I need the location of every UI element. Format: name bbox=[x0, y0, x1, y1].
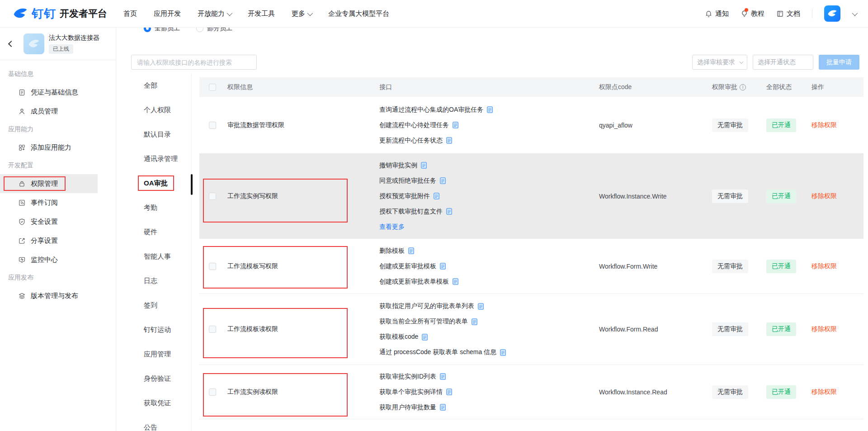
sidebar-item-event-subscription[interactable]: 事件订阅 bbox=[0, 193, 98, 212]
api-doc-icon[interactable] bbox=[422, 334, 428, 341]
category-item-14[interactable]: 公告 bbox=[127, 415, 191, 431]
review-requirement-select[interactable]: 选择审核要求 bbox=[692, 55, 747, 70]
api-link[interactable]: 获取用户待审批数量 bbox=[379, 403, 436, 412]
account-chevron-down-icon[interactable] bbox=[852, 10, 858, 16]
category-item-3[interactable]: 通讯录管理 bbox=[127, 147, 191, 171]
category-item-9[interactable]: 签到 bbox=[127, 293, 191, 317]
nav-item-home[interactable]: 首页 bbox=[123, 9, 137, 18]
logo-brand-text: 钉钉 bbox=[32, 6, 56, 22]
api-link[interactable]: 创建流程中心待处理任务 bbox=[379, 121, 449, 129]
add-capability-icon bbox=[18, 144, 26, 152]
api-doc-icon[interactable] bbox=[440, 177, 446, 184]
api-line: 创建或更新审批表单模板 bbox=[379, 274, 458, 289]
api-link[interactable]: 获取审批实例ID列表 bbox=[379, 373, 436, 381]
api-link[interactable]: 创建或更新审批模板 bbox=[379, 262, 436, 270]
radio-all-employees[interactable]: 全部员工 bbox=[144, 28, 180, 33]
api-doc-icon[interactable] bbox=[408, 247, 414, 254]
api-doc-icon[interactable] bbox=[453, 278, 458, 285]
nav-item-llm-platform[interactable]: 企业专属大模型平台 bbox=[328, 9, 389, 18]
group-label-capabilities: 应用能力 bbox=[0, 121, 116, 138]
view-more-link[interactable]: 查看更多 bbox=[379, 219, 405, 235]
api-line: 查询通过流程中心集成的OA审批任务 bbox=[379, 102, 493, 118]
info-icon[interactable]: i bbox=[740, 84, 746, 90]
category-item-8[interactable]: 日志 bbox=[127, 269, 191, 293]
row-checkbox[interactable] bbox=[209, 326, 216, 333]
api-link[interactable]: 授权下载审批钉盘文件 bbox=[379, 208, 443, 216]
category-item-active[interactable]: OA审批 bbox=[127, 171, 191, 195]
api-doc-icon[interactable] bbox=[440, 373, 446, 380]
category-item-10[interactable]: 钉钉运动 bbox=[127, 317, 191, 342]
batch-apply-button[interactable]: 批量申请 bbox=[819, 55, 859, 70]
sidebar-item-add-capability[interactable]: 添加应用能力 bbox=[0, 138, 98, 157]
api-doc-icon[interactable] bbox=[453, 122, 458, 128]
nav-item-dev-tools[interactable]: 开发工具 bbox=[248, 9, 275, 18]
remove-permission-link[interactable]: 移除权限 bbox=[811, 325, 837, 333]
category-item-12[interactable]: 身份验证 bbox=[127, 366, 191, 391]
row-checkbox[interactable] bbox=[209, 388, 216, 396]
col-permission-info: 权限信息 bbox=[227, 83, 379, 91]
search-input[interactable] bbox=[131, 55, 257, 70]
api-doc-icon[interactable] bbox=[421, 162, 427, 169]
remove-permission-link[interactable]: 移除权限 bbox=[811, 192, 837, 200]
api-doc-icon[interactable] bbox=[446, 388, 452, 395]
sidebar-item-share-settings[interactable]: 分享设置 bbox=[0, 231, 98, 250]
category-item-13[interactable]: 获取凭证 bbox=[127, 391, 191, 415]
api-link[interactable]: 同意或拒绝审批任务 bbox=[379, 177, 436, 185]
api-link[interactable]: 通过 processCode 获取表单 schema 信息 bbox=[379, 348, 496, 356]
api-link[interactable]: 查询通过流程中心集成的OA审批任务 bbox=[379, 106, 483, 114]
sidebar-item-monitoring[interactable]: 监控中心 bbox=[0, 250, 98, 269]
account-avatar[interactable] bbox=[824, 5, 840, 22]
category-item-7[interactable]: 智能人事 bbox=[127, 244, 191, 269]
row-checkbox[interactable] bbox=[209, 122, 216, 129]
api-doc-icon[interactable] bbox=[472, 318, 477, 325]
row-checkbox[interactable] bbox=[209, 193, 216, 200]
api-doc-icon[interactable] bbox=[478, 303, 484, 310]
tutorial-link[interactable]: 教程 bbox=[741, 9, 764, 18]
remove-permission-link[interactable]: 移除权限 bbox=[811, 262, 837, 270]
docs-link[interactable]: 文档 bbox=[776, 9, 800, 18]
api-link[interactable]: 获取指定用户可见的审批表单列表 bbox=[379, 302, 474, 310]
api-doc-icon[interactable] bbox=[446, 137, 452, 144]
category-item-11[interactable]: 应用管理 bbox=[127, 342, 191, 366]
api-link[interactable]: 删除模板 bbox=[379, 247, 405, 255]
notifications-link[interactable]: 通知 bbox=[705, 9, 729, 18]
dingtalk-logo[interactable]: 钉钉 开发者平台 bbox=[13, 6, 107, 22]
api-link[interactable]: 获取当前企业所有可管理的表单 bbox=[379, 317, 468, 326]
sidebar-item-permissions[interactable]: 权限管理 bbox=[0, 174, 98, 193]
select-all-checkbox[interactable] bbox=[209, 84, 216, 91]
api-link[interactable]: 创建或更新审批表单模板 bbox=[379, 278, 449, 286]
api-doc-icon[interactable] bbox=[434, 193, 439, 199]
category-item-1[interactable]: 个人权限 bbox=[127, 98, 191, 122]
remove-permission-link[interactable]: 移除权限 bbox=[811, 121, 837, 129]
api-doc-icon[interactable] bbox=[440, 263, 446, 270]
shield-icon bbox=[18, 218, 26, 226]
open-status-select[interactable]: 选择开通状态 bbox=[753, 55, 813, 70]
api-doc-icon[interactable] bbox=[446, 208, 452, 215]
api-link[interactable]: 获取模板code bbox=[379, 333, 418, 341]
row-checkbox[interactable] bbox=[209, 263, 216, 270]
sidebar-item-credentials[interactable]: 凭证与基础信息 bbox=[0, 83, 98, 102]
api-doc-icon[interactable] bbox=[500, 349, 506, 356]
sidebar-item-members[interactable]: 成员管理 bbox=[0, 102, 98, 121]
api-doc-icon[interactable] bbox=[487, 106, 493, 113]
category-item-2[interactable]: 默认目录 bbox=[127, 122, 191, 147]
sidebar-item-version-release[interactable]: 版本管理与发布 bbox=[0, 286, 98, 305]
category-item-5[interactable]: 考勤 bbox=[127, 195, 191, 220]
category-item-6[interactable]: 硬件 bbox=[127, 220, 191, 244]
category-item-0[interactable]: 全部 bbox=[127, 73, 191, 98]
review-badge: 无需审批 bbox=[712, 189, 748, 203]
back-button[interactable] bbox=[6, 39, 16, 49]
api-link[interactable]: 授权预览审批附件 bbox=[379, 192, 430, 200]
nav-item-more[interactable]: 更多 bbox=[292, 9, 311, 18]
api-link[interactable]: 更新流程中心任务状态 bbox=[379, 137, 443, 145]
api-line: 获取单个审批实例详情 bbox=[379, 384, 452, 400]
remove-permission-link[interactable]: 移除权限 bbox=[811, 388, 837, 396]
nav-item-app-dev[interactable]: 应用开发 bbox=[154, 9, 181, 18]
api-link[interactable]: 获取单个审批实例详情 bbox=[379, 388, 443, 396]
api-link[interactable]: 撤销审批实例 bbox=[379, 161, 417, 170]
sidebar-item-security[interactable]: 安全设置 bbox=[0, 212, 98, 231]
nav-item-open-capability[interactable]: 开放能力 bbox=[198, 9, 231, 18]
radio-partial-employees[interactable]: 部分员工 bbox=[196, 28, 232, 33]
api-doc-icon[interactable] bbox=[440, 404, 446, 411]
api-line: 删除模板 bbox=[379, 243, 414, 259]
